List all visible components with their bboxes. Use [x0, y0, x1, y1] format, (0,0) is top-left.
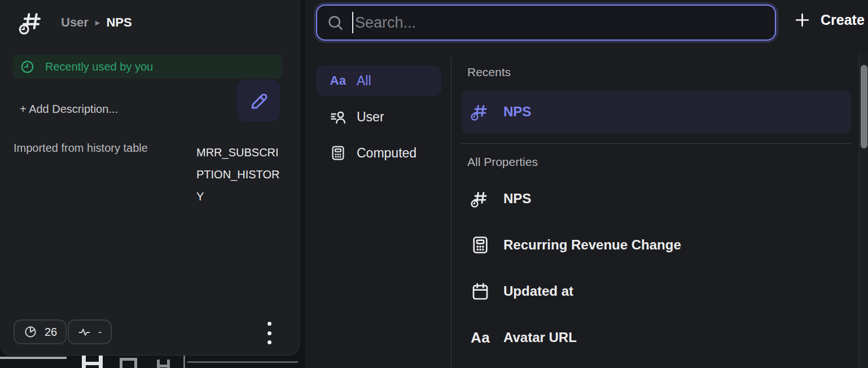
usage-count-button[interactable]: 26	[14, 319, 67, 344]
property-details-card: User ▸ NPS Recently used by you + Add De…	[0, 0, 300, 356]
property-item-label: NPS	[503, 191, 531, 207]
search-input[interactable]	[355, 14, 766, 32]
screen: User ▸ NPS Recently used by you + Add De…	[0, 0, 868, 368]
calculator-icon	[328, 144, 348, 161]
property-item-label: Updated at	[503, 283, 573, 299]
pencil-icon	[248, 90, 269, 111]
all-properties-section-title: All Properties	[467, 144, 851, 169]
property-search-modal: Create Aa All User	[305, 0, 868, 368]
recently-used-label: Recently used by you	[45, 60, 153, 73]
breadcrumb-current: NPS	[106, 15, 131, 30]
filter-tab-all[interactable]: Aa All	[316, 65, 441, 96]
property-item-label: Avatar URL	[503, 330, 577, 345]
imported-from-row: Imported from history table MRR_SUBSCRIP…	[14, 142, 286, 208]
kebab-icon	[268, 322, 271, 326]
scrollbar-thumb[interactable]	[861, 65, 867, 148]
trend-button[interactable]: -	[68, 319, 112, 344]
imported-from-value: MRR_SUBSCRIPTION_HISTORY	[196, 142, 286, 208]
scrollbar-track[interactable]	[859, 54, 868, 368]
filter-tab-computed[interactable]: Computed	[316, 138, 441, 168]
plus-icon	[794, 11, 811, 29]
create-button-label: Create	[821, 12, 865, 28]
recents-section-title: Recents	[467, 59, 851, 79]
breadcrumb: User ▸ NPS	[61, 15, 132, 30]
recent-item-label: NPS	[503, 104, 531, 120]
text-icon: Aa	[470, 329, 491, 347]
search-box[interactable]	[316, 5, 776, 41]
recently-used-badge: Recently used by you	[12, 55, 282, 78]
property-item-label: Recurring Revenue Change	[503, 237, 681, 253]
breadcrumb-separator-icon: ▸	[95, 17, 100, 28]
filter-tab-label: All	[357, 73, 371, 89]
recent-item-nps[interactable]: NPS	[462, 90, 851, 133]
vertical-divider	[451, 56, 451, 368]
create-button[interactable]: Create	[794, 11, 865, 29]
property-item-nps[interactable]: NPS	[462, 176, 851, 222]
calendar-icon	[470, 281, 491, 301]
text-icon: Aa	[328, 73, 348, 88]
number-history-icon	[18, 9, 45, 36]
edit-button[interactable]	[237, 80, 280, 121]
trend-value: -	[98, 326, 102, 339]
filter-tab-label: User	[357, 109, 384, 125]
imported-from-label: Imported from history table	[14, 142, 196, 155]
filter-tab-label: Computed	[357, 146, 417, 161]
usage-count-value: 26	[45, 326, 57, 339]
pie-chart-icon	[23, 325, 38, 339]
activity-icon	[77, 325, 91, 339]
user-list-icon	[328, 108, 348, 125]
add-description-button[interactable]: + Add Description...	[20, 103, 118, 116]
breadcrumb-parent[interactable]: User	[61, 15, 89, 30]
number-history-icon	[470, 100, 491, 123]
text-cursor	[352, 12, 353, 33]
property-item-recurring-revenue-change[interactable]: Recurring Revenue Change	[462, 222, 851, 268]
property-header: User ▸ NPS	[18, 9, 132, 36]
property-list: NPS Recurring Revenue Change	[462, 176, 851, 361]
search-results: Recents NPS All Properties	[462, 59, 851, 361]
more-options-button[interactable]	[264, 322, 274, 344]
filter-tabs: Aa All User	[316, 65, 441, 174]
property-item-avatar-url[interactable]: Aa Avatar URL	[462, 314, 851, 361]
number-history-icon	[470, 187, 491, 210]
property-item-updated-at[interactable]: Updated at	[462, 268, 851, 314]
search-icon	[326, 14, 344, 32]
filter-tab-user[interactable]: User	[316, 102, 441, 132]
history-clock-icon	[20, 59, 35, 75]
calculator-icon	[470, 235, 491, 255]
